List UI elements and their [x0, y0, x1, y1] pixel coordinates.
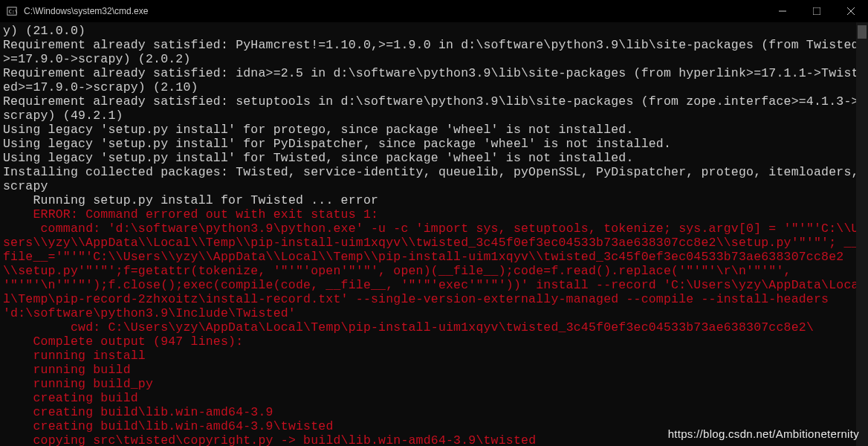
- terminal-line: Running setup.py install for Twisted ...…: [3, 193, 865, 207]
- terminal-line: creating build\lib.win-amd64-3.9: [3, 405, 865, 419]
- terminal-line: Requirement already satisfied: setuptool…: [3, 94, 865, 123]
- terminal-line: y) (21.0.0): [3, 24, 865, 38]
- terminal-line: command: 'd:\software\python3.9\python.e…: [3, 222, 865, 320]
- terminal-line: cwd: C:\Users\yzy\AppData\Local\Temp\pip…: [3, 320, 865, 334]
- terminal-line: Requirement already satisfied: PyHamcres…: [3, 38, 865, 66]
- terminal-line: Installing collected packages: Twisted, …: [3, 165, 865, 193]
- cmd-icon: C:\: [6, 5, 18, 17]
- terminal-line: ERROR: Command errored out with exit sta…: [3, 207, 865, 222]
- svg-text:C:\: C:\: [9, 9, 17, 15]
- terminal-line: Complete output (947 lines):: [3, 334, 865, 349]
- terminal-line: running build_py: [3, 377, 865, 391]
- maximize-button[interactable]: [800, 0, 834, 22]
- titlebar: C:\ C:\Windows\system32\cmd.exe: [0, 0, 868, 22]
- terminal-line: running build: [3, 363, 865, 377]
- close-button[interactable]: [834, 0, 868, 22]
- terminal-line: creating build: [3, 391, 865, 405]
- terminal-line: running install: [3, 349, 865, 363]
- svg-rect-3: [813, 7, 820, 15]
- minimize-button[interactable]: [765, 0, 800, 22]
- terminal-line: Using legacy 'setup.py install' for prot…: [3, 123, 865, 137]
- terminal-line: Requirement already satisfied: idna>=2.5…: [3, 66, 865, 94]
- window-controls: [765, 0, 868, 22]
- terminal-line: Using legacy 'setup.py install' for Twis…: [3, 151, 865, 165]
- terminal-line: Using legacy 'setup.py install' for PyDi…: [3, 137, 865, 151]
- scrollbar-track[interactable]: [856, 22, 868, 446]
- terminal-output[interactable]: y) (21.0.0)Requirement already satisfied…: [0, 22, 868, 446]
- scrollbar-thumb[interactable]: [858, 25, 867, 39]
- window-title: C:\Windows\system32\cmd.exe: [24, 6, 765, 16]
- watermark-text: https://blog.csdn.net/Ambitioneternity: [668, 427, 859, 440]
